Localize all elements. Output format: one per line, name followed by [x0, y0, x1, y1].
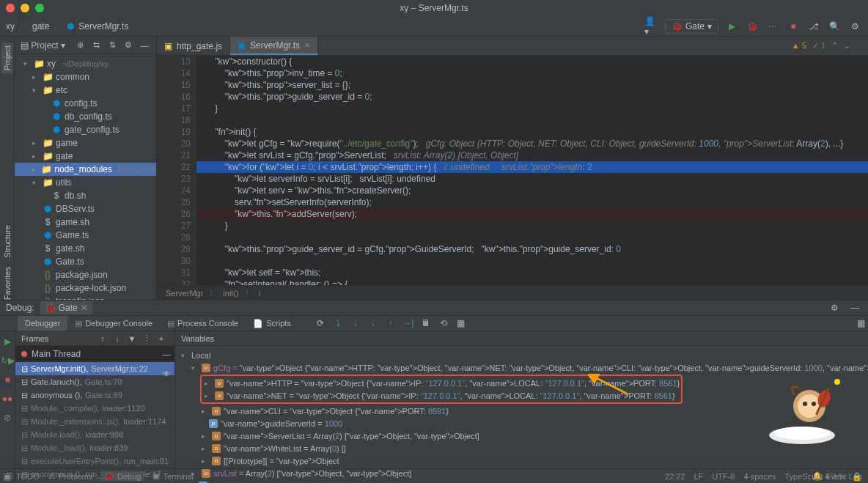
new-watch-icon[interactable]: —	[159, 347, 174, 362]
git-branch-icon[interactable]: ⎇	[806, 19, 821, 34]
variable-row[interactable]: ▸o[[Prototype]] = "var-type">Object	[175, 454, 868, 467]
filter-icon[interactable]: ▼	[125, 331, 139, 346]
structure-tool-tab[interactable]: Structure	[3, 225, 12, 258]
language[interactable]: TypeScript 4.3.5	[785, 472, 844, 482]
tree-item[interactable]: ⬢config.ts	[15, 97, 156, 110]
user-icon[interactable]: 👤▾	[644, 19, 659, 34]
stop-button[interactable]: ■	[786, 19, 801, 34]
tree-item[interactable]: ▸📁node_moduleslibrary root	[15, 163, 156, 176]
hide-panel-icon[interactable]: —	[139, 40, 150, 51]
tree-item[interactable]: $gate.sh	[15, 242, 156, 255]
run-to-cursor-icon[interactable]: →|	[401, 316, 416, 331]
prev-frame-icon[interactable]: ↑	[95, 331, 110, 346]
tree-item[interactable]: ▾📁utils	[15, 176, 156, 189]
tree-item[interactable]: ⬢Gate.ts	[15, 255, 156, 268]
rerun-icon[interactable]: ↻▶	[0, 353, 15, 368]
project-tree[interactable]: ▾📁xy~/Desktop/xy▸📁common▾📁etc⬢config.ts⬢…	[15, 54, 156, 300]
encoding[interactable]: UTF-8	[712, 472, 735, 482]
tree-item[interactable]: ▸📁gate	[15, 150, 156, 163]
step-into-icon[interactable]: ↓	[348, 316, 363, 331]
stack-frame[interactable]: ⊟ServerMgr.init(), ServerMgr.ts:22	[15, 362, 174, 375]
breadcrumb-item[interactable]: gate	[32, 21, 49, 32]
project-tool-tab[interactable]: Project	[1, 43, 13, 73]
editor-tab[interactable]: ▣ ServerMgr.ts ✕	[230, 37, 318, 55]
tree-item[interactable]: ▾📁etc	[15, 84, 156, 97]
minimize-window[interactable]	[21, 4, 29, 12]
stack-frame[interactable]: ⊟Module._compile(), loader:1120	[15, 402, 174, 415]
line-separator[interactable]: LF	[694, 472, 703, 482]
cursor-position[interactable]: 22:22	[665, 472, 685, 482]
scripts-tab[interactable]: 📄Scripts	[246, 316, 298, 331]
breadcrumb-item[interactable]: ServerMgr	[166, 289, 203, 298]
close-window[interactable]	[6, 4, 15, 12]
stop-icon[interactable]: ■	[0, 372, 15, 387]
stack-frame[interactable]: ⊟anonymous (), Gate.ts:89	[15, 388, 174, 402]
debug-tool[interactable]: 🐞 Debug	[101, 471, 144, 481]
problems-tool[interactable]: ⚠ Problems	[48, 471, 92, 481]
breadcrumb-item[interactable]: ServerMgr.ts	[78, 21, 128, 32]
status-icon[interactable]: ▣	[3, 471, 11, 482]
variable-row[interactable]: ▾ogCfg = "var-type">Object {"var-name">H…	[175, 361, 868, 374]
stack-frame[interactable]: ⊟Gate.lanuch(), Gate.ts:70	[15, 375, 174, 388]
show-execution-point-icon[interactable]: ⟳	[313, 316, 328, 331]
settings-icon[interactable]: ⚙	[122, 40, 134, 51]
layout-icon[interactable]: ▦	[454, 316, 468, 331]
hide-panel-icon[interactable]: —	[847, 301, 862, 315]
editor-tab[interactable]: ▣ http_gate.js	[157, 37, 230, 55]
debug-button[interactable]: 🐞	[745, 19, 760, 34]
breadcrumb-item[interactable]: i	[259, 289, 260, 298]
maximize-window[interactable]	[35, 4, 44, 12]
debugger-console-tab[interactable]: ▤Debugger Console	[67, 316, 160, 331]
stack-frame[interactable]: ⊟Module.load(), loader:998	[15, 428, 174, 441]
resume-icon[interactable]: ▶	[0, 334, 15, 349]
next-frame-icon[interactable]: ↓	[110, 331, 125, 346]
tree-item[interactable]: ⬢Game.ts	[15, 229, 156, 242]
lock-icon[interactable]: 🔒	[852, 472, 862, 482]
more-run-icon[interactable]: ⋯	[765, 19, 780, 34]
close-icon[interactable]: ✕	[81, 303, 88, 313]
watch-icon[interactable]: 👁	[159, 366, 174, 381]
code-editor[interactable]: 1314151617181920212223242526272829303132…	[157, 56, 868, 285]
tree-item[interactable]: {}package-lock.json	[15, 281, 156, 295]
settings-icon[interactable]: ⚙	[827, 301, 842, 315]
frames-list[interactable]: ⊟ServerMgr.init(), ServerMgr.ts:22⊟Gate.…	[15, 362, 174, 483]
breadcrumb-item[interactable]: init()	[223, 289, 238, 298]
evaluate-expression-icon[interactable]: 🖩	[419, 316, 433, 331]
force-step-into-icon[interactable]: ↓	[366, 316, 380, 331]
more-icon[interactable]: ⋮	[139, 331, 154, 346]
tree-item[interactable]: ▾📁xy~/Desktop/xy	[15, 57, 156, 70]
run-configuration[interactable]: 🐞 Gate ▾	[665, 19, 718, 34]
editor-gutter[interactable]: 1314151617181920212223242526272829303132…	[157, 56, 196, 285]
indent[interactable]: 4 spaces	[743, 472, 776, 482]
step-over-icon[interactable]: ⤵	[331, 316, 345, 331]
debugger-tab[interactable]: Debugger	[18, 316, 67, 331]
settings-icon[interactable]: ⚙	[847, 19, 862, 34]
debug-config[interactable]: 🐞 Gate ✕	[40, 301, 92, 314]
project-view-selector[interactable]: ▤ Project ▾	[21, 40, 65, 51]
expand-all-icon[interactable]: ⇆	[90, 40, 102, 51]
view-breakpoints-icon[interactable]: ●●	[0, 391, 15, 406]
layout-settings-icon[interactable]: ▦	[853, 316, 868, 331]
tree-item[interactable]: {}package.json	[15, 268, 156, 281]
stack-frame[interactable]: ⊟executeUserEntryPoint(), run_main:81	[15, 454, 174, 468]
tree-item[interactable]: $db.sh	[15, 189, 156, 202]
tree-item[interactable]: ▸📁game	[15, 136, 156, 150]
tree-item[interactable]: ⬢gate_config.ts	[15, 123, 156, 136]
stack-frame[interactable]: ⊟Module._load(), loader:839	[15, 441, 174, 454]
collapse-all-icon[interactable]: ⇅	[106, 40, 118, 51]
select-opened-file-icon[interactable]: ⊕	[74, 40, 86, 51]
favorites-tool-tab[interactable]: Favorites	[3, 267, 12, 300]
chevron-up-icon[interactable]: ⌃	[831, 41, 838, 51]
editor-code[interactable]: "kw">constructor() { "kw">this."prop">in…	[196, 56, 868, 285]
trace-icon[interactable]: ⟲	[436, 316, 451, 331]
stack-frame[interactable]: ⊟Module._extensions..js(), loader:1174	[15, 415, 174, 428]
chevron-down-icon[interactable]: ⌄	[844, 41, 850, 51]
tree-item[interactable]: ⬢db_config.ts	[15, 110, 156, 123]
run-button[interactable]: ▶	[724, 19, 739, 34]
inspection-widget[interactable]: ▲ 5 ✓ 1 ⌃ ⌄	[792, 41, 850, 51]
tree-item[interactable]: ▸📁common	[15, 70, 156, 84]
tree-item[interactable]: {}tsconfig.json	[15, 295, 156, 300]
tree-item[interactable]: ⬢DBServ.ts	[15, 202, 156, 215]
process-console-tab[interactable]: ▤Process Console	[160, 316, 246, 331]
close-tab-icon[interactable]: ✕	[304, 41, 310, 49]
